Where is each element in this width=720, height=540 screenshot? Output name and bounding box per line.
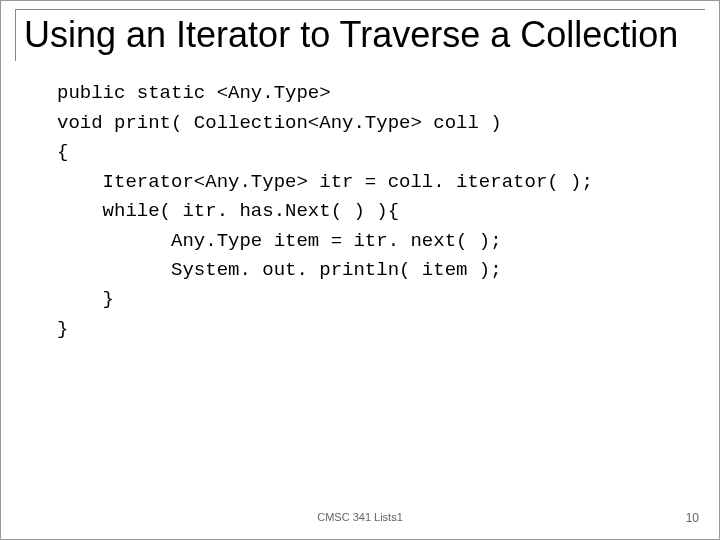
code-block: public static <Any.Type> void print( Col… xyxy=(57,79,705,344)
title-box: Using an Iterator to Traverse a Collecti… xyxy=(15,9,705,61)
code-line: Iterator<Any.Type> itr = coll. iterator(… xyxy=(57,171,593,193)
code-line: } xyxy=(57,288,114,310)
page-number: 10 xyxy=(686,511,699,525)
code-line: while( itr. has.Next( ) ){ xyxy=(57,200,399,222)
footer-text: CMSC 341 Lists1 xyxy=(1,511,719,523)
code-line: System. out. println( item ); xyxy=(57,259,502,281)
slide-title: Using an Iterator to Traverse a Collecti… xyxy=(24,14,705,55)
code-line: void print( Collection<Any.Type> coll ) xyxy=(57,112,502,134)
code-line: public static <Any.Type> xyxy=(57,82,331,104)
slide-container: Using an Iterator to Traverse a Collecti… xyxy=(0,0,720,540)
code-line: Any.Type item = itr. next( ); xyxy=(57,230,502,252)
code-line: } xyxy=(57,318,68,340)
code-line: { xyxy=(57,141,68,163)
